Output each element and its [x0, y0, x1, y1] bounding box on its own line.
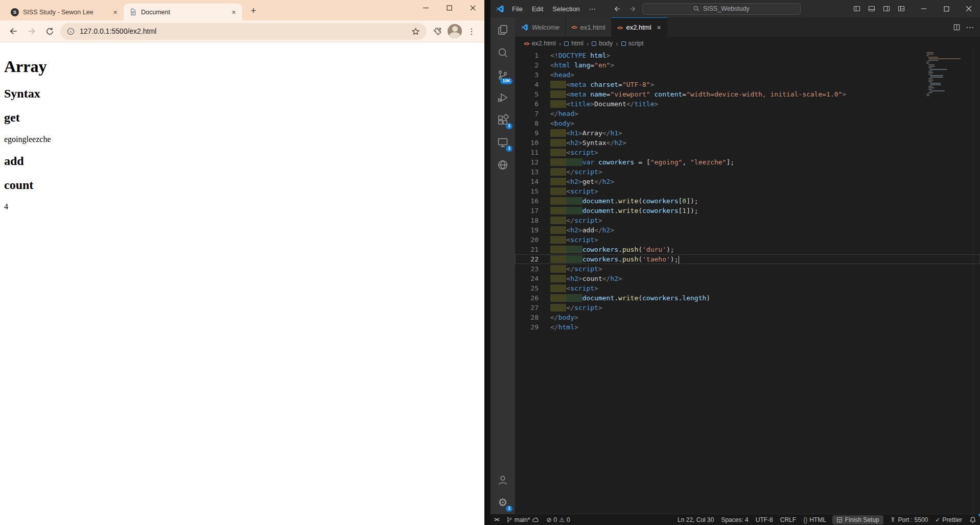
code-editor[interactable]: 1<!DOCTYPE html>2<html lang="en">3<head>… [515, 50, 980, 514]
tab-ex1[interactable]: <> ex1.html [566, 17, 612, 37]
split-editor-icon[interactable] [953, 23, 961, 31]
problems-item[interactable]: ⊘ 0 ⚠ 0 [543, 514, 573, 525]
url-text[interactable]: 127.0.0.1:5500/ex2.html [80, 27, 406, 35]
site-info-icon[interactable] [67, 28, 75, 35]
code-line[interactable]: 12 var coworkers = ["egoing", "leezche"]… [515, 157, 980, 167]
live-server-globe-icon[interactable] [491, 154, 515, 176]
breadcrumb-html[interactable]: html [571, 40, 584, 47]
customize-layout-icon[interactable] [894, 2, 908, 16]
language-mode[interactable]: {} HTML [800, 514, 830, 525]
code-line[interactable]: 6 <title>Document</title> [515, 99, 980, 109]
minimize-button[interactable] [414, 0, 437, 15]
code-line[interactable]: 20 <script> [515, 235, 980, 245]
cursor-position[interactable]: Ln 22, Col 30 [674, 514, 717, 525]
breadcrumb-body[interactable]: body [599, 40, 613, 47]
code-line[interactable]: 21 coworkers.push('duru'); [515, 245, 980, 254]
code-line[interactable]: 1<!DOCTYPE html> [515, 51, 980, 60]
maximize-button[interactable] [935, 0, 958, 17]
browser-tab[interactable]: S SISS Study - Sewon Lee × [5, 4, 124, 20]
code-line[interactable]: 9 <h1>Array</h1> [515, 128, 980, 138]
line-number: 8 [515, 118, 539, 128]
extensions-puzzle-icon[interactable] [429, 23, 445, 39]
code-line[interactable]: 2<html lang="en"> [515, 60, 980, 70]
command-center-search[interactable]: SISS_Webstudy [642, 3, 801, 15]
remote-indicator[interactable]: >< [491, 514, 503, 525]
chevron-icon: › [586, 40, 589, 47]
code-line[interactable]: 16 document.write(coworkers[0]); [515, 196, 980, 206]
code-line[interactable]: 23 </script> [515, 264, 980, 274]
search-icon[interactable] [491, 41, 515, 64]
code-line[interactable]: 24 <h2>count</h2> [515, 274, 980, 283]
settings-gear-icon[interactable]: ⚙ 1 [491, 491, 515, 514]
indentation[interactable]: Spaces: 4 [717, 514, 752, 525]
close-button[interactable] [461, 0, 484, 15]
back-button[interactable] [5, 23, 21, 39]
tab-close-button[interactable]: × [657, 23, 661, 32]
source-control-icon[interactable]: 10K [491, 64, 515, 86]
code-line[interactable]: 11 <script> [515, 148, 980, 157]
branch-item[interactable]: main* [503, 514, 543, 525]
tab-welcome[interactable]: Welcome [515, 17, 566, 37]
encoding[interactable]: UTF-8 [752, 514, 777, 525]
code-line[interactable]: 25 <script> [515, 283, 980, 293]
extensions-icon[interactable]: 1 [491, 109, 515, 131]
code-line[interactable]: 4 <meta charset="UTF-8"> [515, 80, 980, 89]
code-line[interactable]: 28</body> [515, 313, 980, 322]
eol-sequence[interactable]: CRLF [777, 514, 800, 525]
breadcrumb-file[interactable]: ex2.html [532, 40, 556, 47]
browser-menu-button[interactable]: ⋮ [464, 27, 479, 36]
toggle-secondary-sidebar-icon[interactable] [879, 2, 894, 16]
minimap-line [928, 92, 932, 93]
html-file-icon: <> [571, 24, 577, 30]
omnibox[interactable]: 127.0.0.1:5500/ex2.html [60, 23, 427, 40]
code-line[interactable]: 26 document.write(coworkers.length) [515, 293, 980, 303]
tab-close-button[interactable]: × [229, 8, 238, 16]
finish-setup-button[interactable]: Finish Setup [832, 515, 883, 524]
menu-edit[interactable]: Edit [527, 0, 548, 17]
code-line[interactable]: 3<head> [515, 70, 980, 80]
remote-explorer-icon[interactable]: 1 [491, 131, 515, 154]
minimize-button[interactable] [913, 0, 935, 17]
menu-more[interactable]: ⋯ [585, 0, 600, 17]
profile-avatar[interactable] [448, 24, 462, 38]
code-line[interactable]: 29</html> [515, 322, 980, 332]
menu-selection[interactable]: Selection [548, 0, 584, 17]
code-line[interactable]: 19 <h2>add</h2> [515, 225, 980, 235]
account-icon[interactable] [491, 469, 515, 491]
breadcrumb[interactable]: <> ex2.html › html › body › script [515, 37, 980, 50]
live-server-port[interactable]: Port : 5500 [886, 514, 932, 525]
notifications-bell[interactable] [966, 514, 980, 525]
tab-close-button[interactable]: × [111, 8, 120, 16]
code-line[interactable]: 15 <script> [515, 186, 980, 196]
code-line[interactable]: 17 document.write(coworkers[1]); [515, 206, 980, 216]
toggle-panel-icon[interactable] [864, 2, 879, 16]
reload-button[interactable] [42, 23, 58, 39]
tab-ex2[interactable]: <> ex2.html × [612, 17, 667, 37]
code-line[interactable]: 13 </script> [515, 167, 980, 177]
editor-more-actions-icon[interactable]: ⋯ [966, 22, 974, 32]
menu-file[interactable]: File [507, 0, 527, 17]
code-line[interactable]: 22 coworkers.push('taeho'); [515, 254, 980, 264]
forward-button[interactable] [24, 23, 39, 39]
code-line[interactable]: 18 </script> [515, 216, 980, 225]
explorer-icon[interactable] [491, 19, 515, 41]
page-p: egoingleezche [4, 135, 480, 144]
new-tab-button[interactable]: + [246, 4, 261, 18]
browser-tab-active[interactable]: Document × [124, 4, 242, 20]
code-line[interactable]: 10 <h2>Syntax</h2> [515, 138, 980, 148]
code-line[interactable]: 27 </script> [515, 303, 980, 313]
close-button[interactable] [958, 0, 980, 17]
nav-forward-icon[interactable] [628, 5, 636, 13]
code-line[interactable]: 14 <h2>get</h2> [515, 177, 980, 186]
bookmark-star-icon[interactable] [411, 27, 420, 36]
nav-back-icon[interactable] [614, 5, 621, 13]
run-debug-icon[interactable] [491, 86, 515, 109]
code-line[interactable]: 5 <meta name="viewport" content="width=d… [515, 89, 980, 99]
prettier-item[interactable]: ✓ Prettier [931, 514, 966, 525]
maximize-button[interactable] [437, 0, 461, 15]
toggle-sidebar-icon[interactable] [849, 2, 864, 16]
breadcrumb-script[interactable]: script [628, 40, 644, 47]
minimap[interactable] [926, 52, 963, 97]
code-line[interactable]: 7</head> [515, 109, 980, 118]
code-line[interactable]: 8<body> [515, 118, 980, 128]
